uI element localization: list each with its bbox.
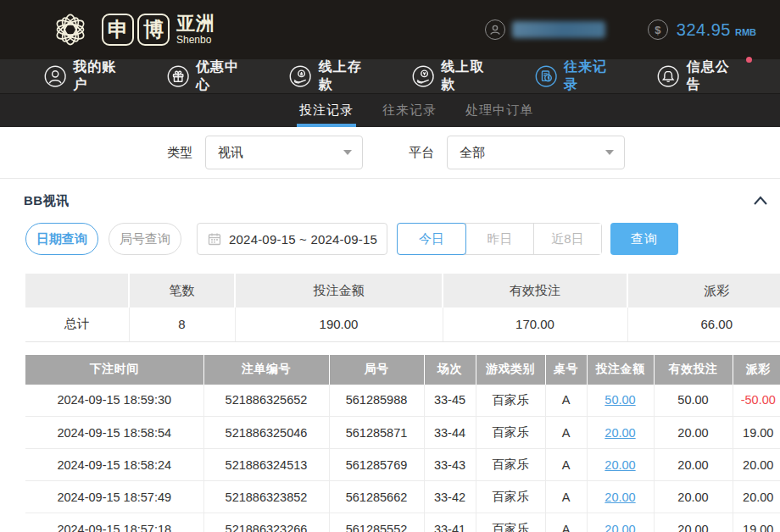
platform-select[interactable]: 全部 <box>447 136 625 169</box>
bets-header-session: 场次 <box>424 355 476 385</box>
content: 类型 视讯 平台 全部 BB视讯 日期查询 局号查询 <box>0 136 780 532</box>
bet-time-cell: 2024-09-15 18:58:24 <box>25 449 203 481</box>
type-select[interactable]: 视讯 <box>205 136 363 169</box>
summary-header-payout: 派彩 <box>627 274 780 308</box>
nav-item-my-account[interactable]: 我的账户 <box>44 58 130 94</box>
valid-bet-cell: 20.00 <box>654 513 733 532</box>
round-id-cell: 561285552 <box>329 513 424 532</box>
bets-body: 2024-09-15 18:59:30 521886325652 5612859… <box>25 385 780 532</box>
bets-header-bet-amount: 投注金额 <box>587 355 654 385</box>
summary-payout-value: 66.00 <box>627 308 780 341</box>
summary-valid-bet-value: 170.00 <box>443 308 627 341</box>
table-row: 2024-09-15 18:58:24 521886324513 5612857… <box>25 449 780 481</box>
nav-label: 优惠中心 <box>196 58 252 94</box>
tab-bet-records[interactable]: 投注记录 <box>297 94 356 127</box>
tab-transaction-records[interactable]: 往来记录 <box>380 94 439 127</box>
nav-label: 往来记录 <box>564 58 620 94</box>
bets-header-game-type: 游戏类别 <box>476 355 545 385</box>
game-type-cell: 百家乐 <box>476 481 545 513</box>
username-redacted[interactable] <box>512 21 605 38</box>
subtab-bar: 投注记录 往来记录 处理中订单 <box>0 94 780 127</box>
round-query-button[interactable]: 局号查询 <box>109 223 181 255</box>
bet-id-cell: 521886323266 <box>203 513 329 532</box>
payout-cell: 19.00 <box>733 417 780 449</box>
today-button[interactable]: 今日 <box>397 223 466 255</box>
top-header: 申 博 亚洲 Shenbo $ 324.95 RMB <box>0 0 780 59</box>
table-row: 2024-09-15 18:59:30 521886325652 5612859… <box>25 385 780 417</box>
session-cell: 33-42 <box>424 481 476 513</box>
platform-select-value: 全部 <box>460 145 605 161</box>
type-select-value: 视讯 <box>218 145 343 161</box>
table-no-cell: A <box>545 417 587 449</box>
summary-total-row: 总计 8 190.00 170.00 66.00 <box>25 308 780 341</box>
bet-time-cell: 2024-09-15 18:57:49 <box>25 481 203 513</box>
bet-amount-link[interactable]: 50.00 <box>587 385 654 417</box>
last-8-days-button[interactable]: 近8日 <box>533 224 601 254</box>
notification-dot <box>746 57 752 63</box>
bet-amount-link[interactable]: 20.00 <box>587 481 654 513</box>
nav-item-withdraw[interactable]: 线上取款 <box>412 58 498 94</box>
date-range-input[interactable]: 2024-09-15 ~ 2024-09-15 <box>197 223 387 255</box>
nav-item-deposit[interactable]: 线上存款 <box>289 58 375 94</box>
logo-char-shen: 申 <box>102 14 134 46</box>
round-id-cell: 561285769 <box>329 449 424 481</box>
nav-item-promotions[interactable]: 优惠中心 <box>167 58 253 94</box>
bet-id-cell: 521886325046 <box>203 417 329 449</box>
bets-header-table-no: 桌号 <box>545 355 587 385</box>
tab-pending-orders[interactable]: 处理中订单 <box>463 94 536 127</box>
payout-cell: -50.00 <box>733 385 780 417</box>
bet-amount-link[interactable]: 20.00 <box>587 449 654 481</box>
quick-date-group: 今日 昨日 近8日 <box>397 223 602 255</box>
yesterday-button[interactable]: 昨日 <box>465 224 533 254</box>
summary-header-valid-bet: 有效投注 <box>443 274 627 308</box>
bet-time-cell: 2024-09-15 18:58:54 <box>25 417 203 449</box>
bets-table: 下注时间 注单编号 局号 场次 游戏类别 桌号 投注金额 有效投注 派彩 202… <box>25 355 780 532</box>
user-area: $ 324.95 RMB <box>485 19 756 40</box>
valid-bet-cell: 20.00 <box>654 449 733 481</box>
round-id-cell: 561285988 <box>329 385 424 417</box>
logo[interactable]: 申 博 亚洲 Shenbo <box>44 5 215 54</box>
game-type-cell: 百家乐 <box>476 385 545 417</box>
search-button[interactable]: 查询 <box>610 223 678 255</box>
logo-region: 亚洲 Shenbo <box>176 14 215 45</box>
payout-cell: 19.00 <box>733 513 780 532</box>
section-header: BB视讯 <box>0 179 780 223</box>
valid-bet-cell: 50.00 <box>654 385 733 417</box>
table-row: 2024-09-15 18:57:49 521886323852 5612856… <box>25 481 780 513</box>
summary-body: 总计 8 190.00 170.00 66.00 <box>25 308 780 341</box>
gift-icon <box>167 65 189 88</box>
nav-label: 线上存款 <box>319 58 375 94</box>
nav-item-announcements[interactable]: 信息公告 <box>657 58 743 94</box>
main-nav: 我的账户 优惠中心 线上存款 线上取款 <box>0 59 780 94</box>
filter-row: 类型 视讯 平台 全部 <box>0 136 780 169</box>
nav-item-records[interactable]: 往来记录 <box>535 58 621 94</box>
chevron-up-icon[interactable] <box>753 195 768 207</box>
payout-cell: 20.00 <box>733 481 780 513</box>
table-row: 2024-09-15 18:58:54 521886325046 5612858… <box>25 417 780 449</box>
user-avatar-icon[interactable] <box>485 19 505 40</box>
valid-bet-cell: 20.00 <box>654 417 733 449</box>
section-title: BB视讯 <box>24 193 70 209</box>
chevron-down-icon <box>605 150 614 155</box>
bet-id-cell: 521886324513 <box>203 449 329 481</box>
date-query-button[interactable]: 日期查询 <box>25 223 98 255</box>
bet-time-cell: 2024-09-15 18:59:30 <box>25 385 203 417</box>
bets-header-round-id: 局号 <box>329 355 424 385</box>
bets-header-payout: 派彩 <box>733 355 780 385</box>
session-cell: 33-41 <box>424 513 476 532</box>
table-no-cell: A <box>545 449 587 481</box>
bet-time-cell: 2024-09-15 18:57:18 <box>25 513 203 532</box>
user-icon <box>44 65 66 88</box>
nav-label: 我的账户 <box>73 58 129 94</box>
table-row: 2024-09-15 18:57:18 521886323266 5612855… <box>25 513 780 532</box>
table-no-cell: A <box>545 513 587 532</box>
logo-region-zh: 亚洲 <box>176 14 215 33</box>
bet-amount-link[interactable]: 20.00 <box>587 417 654 449</box>
bets-header-time: 下注时间 <box>25 355 203 385</box>
dollar-coin-icon: $ <box>648 19 668 40</box>
bet-amount-link[interactable]: 20.00 <box>587 513 654 532</box>
platform-filter-label: 平台 <box>409 145 434 161</box>
summary-bet-amount-value: 190.00 <box>235 308 443 341</box>
bets-header-bet-id: 注单编号 <box>203 355 329 385</box>
balance-amount[interactable]: 324.95 <box>677 20 731 40</box>
